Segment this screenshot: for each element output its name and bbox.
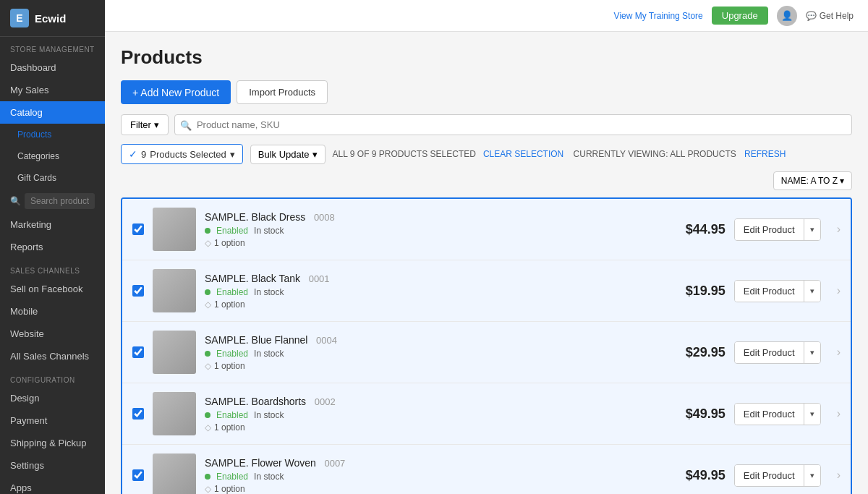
sidebar-search[interactable]: 🔍 xyxy=(0,189,105,213)
sidebar-item-catalog[interactable]: Catalog xyxy=(0,101,105,124)
clear-selection-link[interactable]: CLEAR SELECTION xyxy=(483,149,563,159)
sidebar-item-categories[interactable]: Categories xyxy=(0,145,105,167)
sidebar-item-mobile[interactable]: Mobile xyxy=(0,300,105,323)
options-icon: ◇ xyxy=(205,361,211,371)
edit-product-dropdown[interactable]: ▾ xyxy=(804,404,820,425)
table-row: SAMPLE. Flower Woven 0007 Enabled In sto… xyxy=(122,445,851,494)
edit-product-button[interactable]: Edit Product xyxy=(735,219,804,240)
edit-product-button[interactable]: Edit Product xyxy=(735,404,804,425)
sidebar-item-all-sales-channels[interactable]: All Sales Channels xyxy=(0,345,105,367)
sidebar-logo: E Ecwid xyxy=(0,0,105,37)
edit-product-group: Edit Product ▾ xyxy=(734,403,821,425)
sales-channels-label: Sales channels xyxy=(0,258,105,278)
edit-product-dropdown[interactable]: ▾ xyxy=(804,465,820,486)
edit-product-group: Edit Product ▾ xyxy=(734,218,821,241)
sidebar-item-marketing[interactable]: Marketing xyxy=(0,213,105,236)
product-meta: Enabled In stock xyxy=(205,410,659,420)
product-checkbox[interactable] xyxy=(132,223,144,235)
get-help-button[interactable]: 💬 Get Help xyxy=(806,11,854,21)
sidebar-item-shipping-pickup[interactable]: Shipping & Pickup xyxy=(0,432,105,454)
selection-bar: ✓ 9 Products Selected ▾ Bulk Update ▾ AL… xyxy=(121,144,852,190)
table-row: SAMPLE. Black Dress 0008 Enabled In stoc… xyxy=(122,199,851,260)
filter-button[interactable]: Filter ▾ xyxy=(121,114,169,135)
product-checkbox[interactable] xyxy=(132,285,144,297)
product-sku: 0001 xyxy=(309,273,330,284)
add-product-button[interactable]: + Add New Product xyxy=(121,80,231,104)
status-dot xyxy=(205,351,210,357)
options-icon: ◇ xyxy=(205,299,211,310)
product-checkbox[interactable] xyxy=(132,469,144,481)
content-area: Products + Add New Product Import Produc… xyxy=(105,32,868,494)
row-chevron-right-icon: › xyxy=(837,407,841,420)
product-info: SAMPLE. Black Dress 0008 Enabled In stoc… xyxy=(205,211,659,248)
topbar: View My Training Store Upgrade 👤 💬 Get H… xyxy=(105,0,868,32)
viewing-label: CURRENTLY VIEWING: ALL PRODUCTS xyxy=(574,149,736,159)
edit-product-group: Edit Product ▾ xyxy=(734,280,821,302)
sidebar-item-apps[interactable]: Apps xyxy=(0,477,105,494)
gift-cards-label: Gift Cards xyxy=(17,173,56,183)
edit-product-dropdown[interactable]: ▾ xyxy=(804,342,820,363)
options-icon: ◇ xyxy=(205,238,211,248)
options-icon: ◇ xyxy=(205,484,211,494)
product-image xyxy=(153,331,196,374)
selection-info: ALL 9 OF 9 PRODUCTS SELECTED CLEAR SELEC… xyxy=(333,149,786,159)
filter-bar: Filter ▾ 🔍 xyxy=(121,114,852,135)
product-meta: Enabled In stock xyxy=(205,287,659,297)
sidebar-item-my-sales[interactable]: My Sales xyxy=(0,79,105,101)
sidebar-item-dashboard[interactable]: Dashboard xyxy=(0,56,105,79)
ecwid-logo-icon: E xyxy=(10,9,29,27)
product-search-input[interactable] xyxy=(174,114,852,135)
status-dot xyxy=(205,412,210,418)
search-icon: 🔍 xyxy=(10,196,21,206)
sidebar-item-payment[interactable]: Payment xyxy=(0,409,105,432)
selected-label: ALL 9 OF 9 PRODUCTS SELECTED xyxy=(333,149,476,159)
sidebar-item-settings[interactable]: Settings xyxy=(0,454,105,477)
main-area: View My Training Store Upgrade 👤 💬 Get H… xyxy=(105,0,868,494)
sidebar: E Ecwid Store management Dashboard My Sa… xyxy=(0,0,105,494)
chat-icon: 💬 xyxy=(806,11,817,21)
options-text: 1 option xyxy=(214,484,245,494)
search-box: 🔍 xyxy=(174,114,852,135)
chevron-down-icon: ▾ xyxy=(230,149,235,160)
row-chevron-right-icon: › xyxy=(837,223,841,236)
search-icon: 🔍 xyxy=(180,119,192,130)
product-info: SAMPLE. Boardshorts 0002 Enabled In stoc… xyxy=(205,396,659,433)
sidebar-item-reports[interactable]: Reports xyxy=(0,236,105,258)
edit-product-button[interactable]: Edit Product xyxy=(735,465,804,486)
edit-product-button[interactable]: Edit Product xyxy=(735,342,804,363)
sidebar-item-website[interactable]: Website xyxy=(0,323,105,345)
upgrade-button[interactable]: Upgrade xyxy=(712,7,768,25)
edit-product-dropdown[interactable]: ▾ xyxy=(804,281,820,302)
configuration-label: Configuration xyxy=(0,367,105,387)
sidebar-item-design[interactable]: Design xyxy=(0,387,105,409)
reports-label: Reports xyxy=(10,242,43,252)
import-products-button[interactable]: Import Products xyxy=(237,80,328,104)
table-row: SAMPLE. Boardshorts 0002 Enabled In stoc… xyxy=(122,383,851,445)
edit-product-dropdown[interactable]: ▾ xyxy=(804,219,820,240)
sidebar-item-sell-on-facebook[interactable]: Sell on Facebook xyxy=(0,278,105,300)
sidebar-item-gift-cards[interactable]: Gift Cards xyxy=(0,167,105,189)
status-text: Enabled xyxy=(216,349,248,359)
product-image xyxy=(153,392,196,435)
edit-product-button[interactable]: Edit Product xyxy=(735,281,804,302)
options-row: ◇ 1 option xyxy=(205,238,659,248)
check-icon: ✓ xyxy=(129,148,137,160)
row-chevron-right-icon: › xyxy=(837,469,841,482)
selection-count-button[interactable]: ✓ 9 Products Selected ▾ xyxy=(121,144,243,164)
product-checkbox[interactable] xyxy=(132,346,144,358)
status-dot xyxy=(205,228,210,234)
product-checkbox[interactable] xyxy=(132,408,144,420)
refresh-link[interactable]: REFRESH xyxy=(744,149,786,159)
bulk-update-button[interactable]: Bulk Update ▾ xyxy=(250,145,326,164)
view-store-link[interactable]: View My Training Store xyxy=(614,11,703,21)
status-text: Enabled xyxy=(216,226,248,236)
sidebar-item-products[interactable]: Products xyxy=(0,124,105,145)
sort-button[interactable]: NAME: A TO Z ▾ xyxy=(773,171,852,190)
product-meta: Enabled In stock xyxy=(205,226,659,236)
user-avatar[interactable]: 👤 xyxy=(777,6,797,26)
search-products-input[interactable] xyxy=(25,193,95,209)
sidebar-logo-text: Ecwid xyxy=(35,12,66,25)
table-row: SAMPLE. Black Tank 0001 Enabled In stock… xyxy=(122,260,851,322)
edit-product-group: Edit Product ▾ xyxy=(734,464,821,487)
product-meta: Enabled In stock xyxy=(205,472,659,482)
